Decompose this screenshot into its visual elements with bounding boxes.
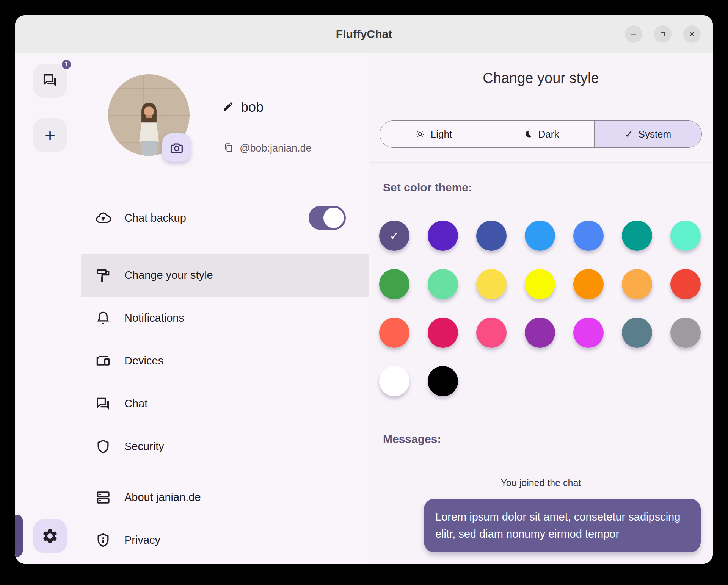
- settings-item-label: Chat: [124, 397, 147, 410]
- window-title: FluffyChat: [336, 28, 392, 41]
- color-swatch[interactable]: [622, 269, 652, 299]
- minimize-button[interactable]: [625, 25, 642, 43]
- chat-backup-row[interactable]: Chat backup: [81, 190, 369, 246]
- maximize-button[interactable]: [654, 25, 672, 43]
- style-panel: Change your style Light Dark ✓ System: [369, 53, 713, 564]
- settings-item-about[interactable]: About janian.de: [81, 476, 369, 519]
- color-swatch[interactable]: [670, 318, 701, 348]
- server-icon: [95, 489, 111, 506]
- color-swatch[interactable]: [428, 366, 458, 396]
- shield-icon: [95, 438, 111, 455]
- selected-check-icon: ✓: [379, 221, 410, 251]
- theme-segmented-control: Light Dark ✓ System: [380, 120, 702, 148]
- color-swatch[interactable]: [573, 269, 604, 299]
- settings-item-change-style[interactable]: Change your style: [81, 254, 369, 297]
- settings-item-devices[interactable]: Devices: [81, 339, 369, 382]
- settings-item-privacy[interactable]: Privacy: [81, 519, 369, 562]
- close-icon: [687, 30, 697, 39]
- chat-bubbles-icon: [41, 72, 59, 89]
- chat-bubbles-icon: [95, 396, 111, 412]
- color-theme-heading: Set color theme:: [383, 181, 472, 194]
- copy-icon: [223, 142, 234, 154]
- divider: [369, 410, 713, 410]
- settings-sidebar: bob @bob:janian.de Chat backup: [81, 53, 369, 564]
- color-swatch[interactable]: [379, 366, 410, 396]
- color-swatch[interactable]: [525, 318, 555, 348]
- message-bubble: Lorem ipsum dolor sit amet, consetetur s…: [424, 499, 701, 552]
- divider: [369, 162, 713, 163]
- titlebar: FluffyChat: [15, 15, 713, 53]
- color-swatch[interactable]: [476, 318, 507, 348]
- color-swatch[interactable]: [379, 269, 410, 299]
- matrix-id: @bob:janian.de: [240, 142, 312, 154]
- messages-heading: Messages:: [383, 433, 441, 446]
- minimize-icon: [629, 30, 638, 39]
- change-avatar-button[interactable]: [162, 133, 191, 162]
- settings-item-label: Devices: [124, 355, 163, 367]
- devices-icon: [95, 353, 111, 369]
- unread-badge: 1: [61, 59, 72, 70]
- settings-item-label: Change your style: [124, 269, 213, 282]
- theme-light-segment[interactable]: Light: [380, 121, 487, 147]
- avatar-person-art: [132, 99, 166, 156]
- color-swatch[interactable]: [670, 269, 701, 299]
- color-swatch[interactable]: [379, 318, 410, 348]
- page-title: Change your style: [369, 70, 713, 86]
- display-name: bob: [241, 99, 264, 115]
- bell-icon: [95, 310, 111, 327]
- color-swatch[interactable]: [525, 221, 555, 251]
- plus-icon: +: [45, 125, 55, 146]
- settings-item-notifications[interactable]: Notifications: [81, 297, 369, 339]
- color-swatch[interactable]: [622, 221, 652, 251]
- color-swatch[interactable]: [428, 269, 458, 299]
- color-swatch[interactable]: [428, 318, 458, 348]
- display-name-row[interactable]: bob: [223, 99, 264, 115]
- joined-status-text: You joined the chat: [369, 477, 713, 488]
- settings-item-label: Notifications: [124, 312, 184, 324]
- toggle-knob: [323, 208, 344, 228]
- window-controls: [625, 15, 701, 53]
- color-swatch[interactable]: [428, 221, 458, 251]
- nav-rail: 1 +: [15, 53, 81, 564]
- sun-icon: [415, 129, 425, 139]
- color-swatch[interactable]: ✓: [379, 221, 410, 251]
- segment-label: Light: [431, 128, 452, 140]
- color-swatch[interactable]: [670, 221, 701, 251]
- maximize-icon: [658, 30, 667, 39]
- settings-item-label: About janian.de: [124, 491, 201, 504]
- settings-button[interactable]: [33, 519, 67, 553]
- paint-roller-icon: [95, 267, 111, 284]
- settings-item-label: Privacy: [124, 534, 160, 546]
- color-grid: ✓: [370, 211, 711, 405]
- matrix-id-row[interactable]: @bob:janian.de: [223, 142, 312, 154]
- settings-item-label: Security: [124, 440, 164, 453]
- color-swatch[interactable]: [622, 318, 652, 348]
- moon-icon: [522, 129, 533, 139]
- chats-button[interactable]: 1: [33, 64, 67, 98]
- color-swatch[interactable]: [476, 221, 507, 251]
- cloud-upload-icon: [95, 210, 111, 226]
- camera-icon: [169, 140, 184, 155]
- new-chat-button[interactable]: +: [33, 118, 67, 152]
- color-swatch[interactable]: [525, 269, 555, 299]
- divider: [81, 246, 369, 246]
- divider: [81, 469, 369, 469]
- check-icon: ✓: [625, 128, 633, 140]
- pencil-icon: [223, 101, 234, 114]
- shield-info-icon: [95, 532, 111, 549]
- chat-backup-label: Chat backup: [124, 212, 186, 224]
- settings-item-security[interactable]: Security: [81, 425, 369, 468]
- segment-label: Dark: [538, 128, 559, 140]
- fluffychat-window: FluffyChat 1 +: [15, 15, 713, 564]
- theme-dark-segment[interactable]: Dark: [487, 121, 594, 147]
- color-swatch[interactable]: [573, 221, 604, 251]
- segment-label: System: [639, 128, 672, 140]
- color-swatch[interactable]: [476, 269, 507, 299]
- theme-system-segment[interactable]: ✓ System: [594, 121, 701, 147]
- gear-icon: [41, 527, 59, 545]
- active-nav-indicator: [15, 515, 23, 557]
- color-swatch[interactable]: [573, 318, 604, 348]
- chat-backup-toggle[interactable]: [309, 206, 346, 230]
- close-button[interactable]: [683, 25, 701, 43]
- settings-item-chat[interactable]: Chat: [81, 382, 369, 425]
